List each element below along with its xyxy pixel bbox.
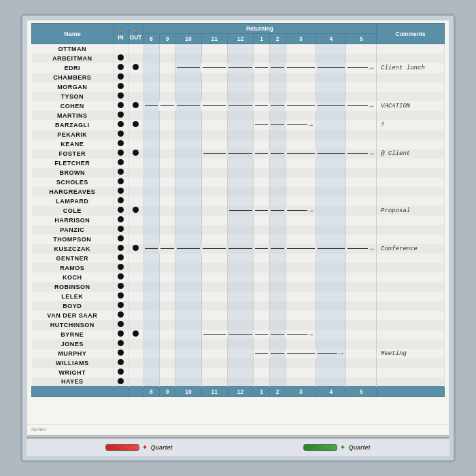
time-cell (227, 111, 253, 120)
time-cell (143, 120, 160, 130)
time-cell (316, 301, 346, 311)
in-dot (118, 321, 124, 327)
out-cell (129, 197, 143, 206)
out-cell (129, 235, 143, 244)
in-dot (118, 302, 124, 308)
time-cell (227, 311, 253, 320)
time-cell (316, 311, 346, 320)
in-cell (114, 377, 129, 387)
time-cell (143, 273, 160, 282)
in-dot (118, 83, 124, 89)
time-cell (286, 244, 316, 254)
in-cell (114, 120, 129, 130)
time-cell (286, 320, 316, 330)
table-row: JONES (32, 339, 445, 349)
time-2: 2 (269, 34, 286, 44)
time-cell (159, 235, 175, 244)
time-cell (175, 73, 201, 82)
table-row: HARGREAVES (32, 187, 445, 197)
time-cell (254, 63, 270, 73)
time-cell (286, 101, 316, 111)
table-row: MARTINS (32, 111, 445, 120)
person-in-icon: 🚶 (117, 27, 124, 34)
time-cell (175, 63, 201, 73)
out-cell (129, 130, 143, 139)
time-cell (143, 263, 160, 273)
time-cell (159, 311, 175, 320)
out-cell (129, 282, 143, 292)
time-cell (159, 54, 175, 63)
time-cell (286, 254, 316, 263)
time-cell (227, 101, 253, 111)
time-cell (346, 73, 377, 82)
time-cell (269, 92, 286, 101)
out-cell (129, 168, 143, 177)
comments-cell (377, 225, 445, 235)
time-cell (254, 330, 270, 339)
time-cell (201, 158, 227, 168)
time-cell (175, 377, 201, 387)
time-cell (286, 54, 316, 63)
name-cell: BARZAGLI (32, 120, 114, 130)
table-row: FOSTER→@ Client (32, 149, 445, 158)
time-cell (159, 216, 175, 225)
time-cell (346, 254, 377, 263)
time-cell (269, 273, 286, 282)
time-cell (269, 254, 286, 263)
in-cell (114, 263, 129, 273)
time-cell (143, 158, 160, 168)
time-cell (227, 54, 253, 63)
time-cell (201, 149, 227, 158)
time-cell (286, 139, 316, 149)
time-cell (286, 301, 316, 311)
in-cell (114, 130, 129, 139)
time-cell (201, 311, 227, 320)
time-cell (286, 187, 316, 197)
time-cell (159, 273, 175, 282)
in-dot (118, 207, 124, 213)
time-cell (227, 339, 253, 349)
in-cell (114, 101, 129, 111)
time-cell (159, 320, 175, 330)
time-cell (201, 187, 227, 197)
time-cell (201, 197, 227, 206)
out-cell (129, 377, 143, 387)
time-cell (227, 139, 253, 149)
time-cell (346, 377, 377, 387)
in-cell (114, 349, 129, 358)
time-cell (175, 349, 201, 358)
time-cell (316, 111, 346, 120)
time-cell (201, 111, 227, 120)
time-cell (316, 120, 346, 130)
time-cell (269, 282, 286, 292)
time-cell (143, 44, 160, 54)
name-cell: MURPHY (32, 349, 114, 358)
time-cell (143, 244, 160, 254)
time-cell (316, 73, 346, 82)
time-cell (175, 320, 201, 330)
time-cell (227, 82, 253, 92)
time-cell (346, 349, 377, 358)
time-cell (227, 368, 253, 377)
comments-cell: Conference (377, 244, 445, 254)
out-cell (129, 349, 143, 358)
time-cell (227, 130, 253, 139)
in-cell (114, 235, 129, 244)
table-row: GENTNER (32, 254, 445, 263)
in-dot (118, 169, 124, 175)
time-cell (346, 301, 377, 311)
time-cell (254, 225, 270, 235)
time-cell (159, 111, 175, 120)
comments-cell (377, 130, 445, 139)
in-cell (114, 139, 129, 149)
comments-cell (377, 73, 445, 82)
time-cell: → (346, 101, 377, 111)
time-cell (201, 282, 227, 292)
in-cell (114, 54, 129, 63)
time-cell (316, 368, 346, 377)
time-cell (316, 292, 346, 301)
comments-cell (377, 263, 445, 273)
in-cell (114, 206, 129, 216)
time-cell (346, 54, 377, 63)
time-cell (269, 311, 286, 320)
